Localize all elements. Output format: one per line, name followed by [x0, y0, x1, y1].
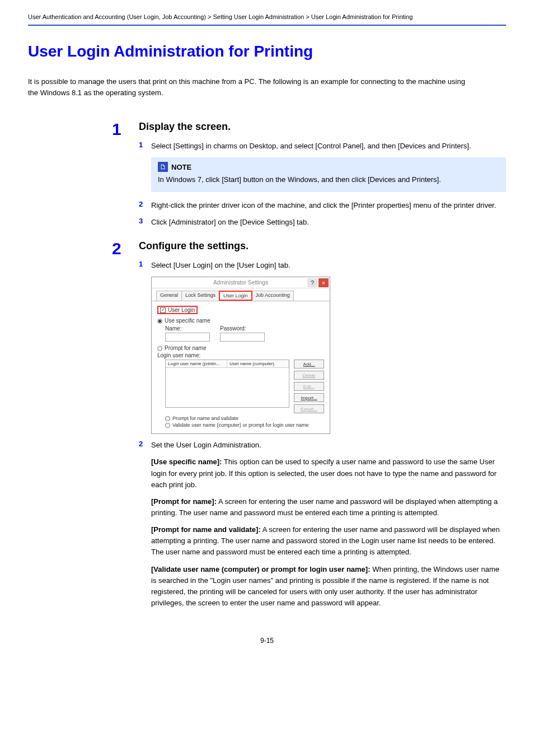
- radio-prompt-name[interactable]: [157, 346, 162, 351]
- edit-button[interactable]: Edit...: [294, 382, 324, 391]
- opt-validate: [Validate user name (computer) or prompt…: [151, 564, 506, 609]
- radio-prompt-name-label: Prompt for name: [165, 345, 206, 351]
- opt-prompt-name: [Prompt for name]: A screen for entering…: [151, 496, 506, 519]
- tab-job-accounting[interactable]: Job Accounting: [252, 291, 294, 301]
- name-input[interactable]: [165, 333, 210, 342]
- list-col-1: Login user name (printin...: [166, 360, 227, 367]
- radio-prompt-validate[interactable]: [165, 416, 170, 421]
- dialog-help-button[interactable]: ?: [307, 278, 317, 287]
- password-label: Password:: [220, 325, 265, 332]
- note-box: NOTE In Windows 7, click [Start] button …: [151, 157, 506, 192]
- substep-2-1-text: Select [User Login] on the [User Login] …: [151, 260, 506, 271]
- page-number-bottom: 9-15: [28, 637, 506, 645]
- note-title: NOTE: [171, 163, 191, 171]
- add-button[interactable]: Add...: [294, 360, 324, 368]
- dialog-title: Administrator Settings: [213, 279, 268, 286]
- tab-lock-settings[interactable]: Lock Settings: [181, 291, 219, 301]
- step-2-title: Configure the settings.: [139, 240, 506, 252]
- substep-3-number: 3: [139, 217, 151, 228]
- name-label: Name:: [165, 325, 210, 332]
- substep-1-number: 1: [139, 141, 151, 152]
- substep-2-2-number: 2: [139, 440, 151, 614]
- intro-paragraph: It is possible to manage the users that …: [28, 76, 476, 99]
- opt-prompt-name-label: [Prompt for name]:: [151, 497, 217, 506]
- radio-validate-label: Validate user name (computer) or prompt …: [172, 422, 308, 428]
- login-user-name-label: Login user name:: [157, 352, 324, 358]
- tab-general[interactable]: General: [156, 291, 182, 301]
- substep-1-text: Select [Settings] in charms on Desktop, …: [151, 141, 506, 152]
- list-col-2: User name (computer): [227, 360, 289, 367]
- step-1-title: Display the screen.: [139, 121, 506, 133]
- note-body: In Windows 7, click [Start] button on th…: [158, 174, 499, 185]
- tab-user-login[interactable]: User Login: [219, 291, 252, 301]
- radio-use-specific-label: Use specific name: [165, 318, 210, 324]
- step-1-number: 1: [112, 121, 137, 234]
- opt-validate-label: [Validate user name (computer) or prompt…: [151, 565, 371, 573]
- opt-use-specific: [Use specific name]: This option can be …: [151, 456, 506, 490]
- login-user-listbox[interactable]: Login user name (printin... User name (c…: [165, 360, 289, 408]
- opt-prompt-validate: [Prompt for name and validate]: A screen…: [151, 524, 506, 558]
- step-2-number: 2: [112, 240, 137, 620]
- radio-use-specific[interactable]: [157, 319, 162, 324]
- dialog-screenshot: Administrator Settings ? × General Lock …: [151, 277, 330, 434]
- substep-2-text: Right-click the printer driver icon of t…: [151, 200, 506, 211]
- substep-3-text: Click [Administrator] on the [Device Set…: [151, 217, 506, 228]
- user-login-checkbox-label: User Login: [168, 307, 195, 313]
- delete-button[interactable]: Delete: [294, 371, 324, 380]
- substep-2-1-number: 1: [139, 260, 151, 271]
- divider: [28, 25, 506, 26]
- import-button[interactable]: Import...: [294, 393, 324, 402]
- export-button[interactable]: Export...: [294, 404, 324, 413]
- opt-prompt-validate-label: [Prompt for name and validate]:: [151, 525, 261, 534]
- user-login-checkbox[interactable]: [160, 307, 166, 313]
- substep-2-2-intro: Set the User Login Administration.: [151, 440, 506, 451]
- breadcrumb: User Authentication and Accounting (User…: [28, 13, 413, 20]
- note-icon: [158, 162, 168, 172]
- password-input[interactable]: [220, 333, 265, 342]
- substep-2-number: 2: [139, 200, 151, 211]
- opt-use-specific-label: [Use specific name]:: [151, 458, 222, 466]
- radio-prompt-validate-label: Prompt for name and validate: [172, 416, 238, 421]
- dialog-close-button[interactable]: ×: [318, 278, 329, 287]
- radio-validate[interactable]: [165, 423, 170, 428]
- page-title: User Login Administration for Printing: [28, 43, 506, 60]
